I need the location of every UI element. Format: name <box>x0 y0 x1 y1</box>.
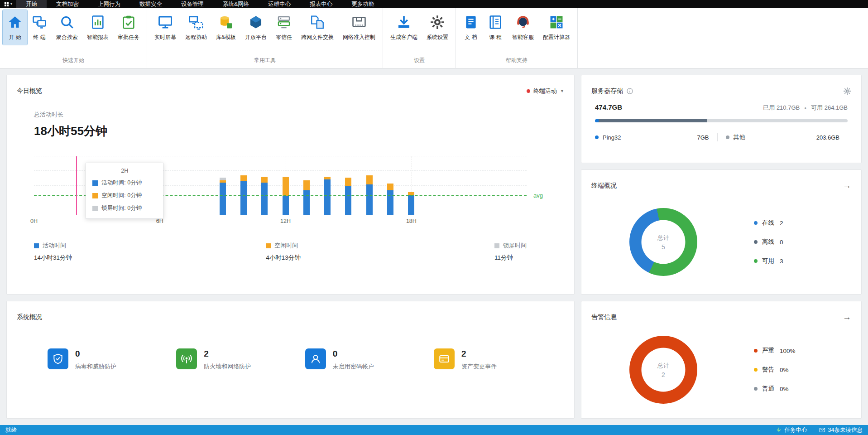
legend-swatch-icon <box>494 243 499 248</box>
chart-legend: 活动时间14小时31分钟空闲时间4小时13分钟锁屏时间11分钟 <box>34 242 527 262</box>
bar-segment-空闲时间 <box>387 184 393 190</box>
arrow-right-icon[interactable]: → <box>843 181 851 190</box>
firewall-glyph <box>181 353 192 365</box>
legend-label: 可用 <box>762 257 774 265</box>
ribbon-button-course[interactable]: 课 程 <box>483 10 508 45</box>
menu-tab-运维中心[interactable]: 运维中心 <box>259 0 300 8</box>
legend-label: 在线 <box>762 219 774 227</box>
unread-messages-button[interactable]: 34条未读信息 <box>819 426 863 434</box>
menu-tab-开始[interactable]: 开始 <box>16 0 47 8</box>
ribbon-button-exchange[interactable]: 跨网文件交换 <box>297 10 338 45</box>
legend-dot-icon <box>754 221 758 225</box>
card-title-system: 系统概况 <box>17 313 42 321</box>
bar-segment-活动时间 <box>220 183 226 215</box>
ribbon-group: 文 档课 程智能客服配置计算器帮助支持 <box>456 8 578 68</box>
ribbon-button-remote[interactable]: 远程协助 <box>181 10 211 45</box>
ribbon-button-report[interactable]: 智能报表 <box>82 10 113 45</box>
ribbon-button-settings[interactable]: 系统设置 <box>422 10 453 45</box>
storage-legend-other: 其他 203.6GB <box>726 133 848 141</box>
x-axis-tick: 12H <box>280 218 291 224</box>
terminal-activity-dropdown[interactable]: 终端活动 ▼ <box>527 87 564 95</box>
chevron-down-icon: ▼ <box>560 89 564 93</box>
alarm-info-card: 告警信息 → 总计 2 严重100%警告0%普通0% <box>581 301 862 419</box>
legend-dot-icon <box>754 240 758 244</box>
system-item-value: 0 <box>333 349 374 359</box>
asset-glyph <box>438 353 450 365</box>
activity-bar-chart: avg 0H6H12H18H 2H 活动时间: 0分钟空闲时间: 0分钟锁屏时间… <box>34 156 527 226</box>
library-icon <box>218 14 234 30</box>
ribbon-button-search[interactable]: 聚合搜索 <box>52 10 82 45</box>
settings-icon <box>430 14 445 30</box>
gear-icon[interactable] <box>843 87 851 95</box>
legend-dot-icon <box>754 259 758 263</box>
gridline <box>34 156 527 156</box>
bar-segment-空闲时间 <box>366 175 373 184</box>
chart-legend-row: 锁屏时间 <box>494 242 527 250</box>
network-icon <box>351 14 367 30</box>
menu-tab-系统&网络[interactable]: 系统&网络 <box>213 0 259 8</box>
ribbon-group: 生成客户端系统设置设置 <box>383 8 456 68</box>
ribbon-group-label: 帮助支持 <box>459 55 575 68</box>
ribbon-button-platform[interactable]: 开放平台 <box>240 10 271 45</box>
menu-tab-数据安全[interactable]: 数据安全 <box>130 0 172 8</box>
ribbon-buttons: 开 始终 端聚合搜索智能报表审批任务 <box>3 10 144 45</box>
chart-legend-item-空闲时间: 空闲时间4小时13分钟 <box>266 242 301 262</box>
ribbon-button-terminal[interactable]: 终 端 <box>27 10 52 45</box>
ribbon-button-home[interactable]: 开 始 <box>3 10 27 45</box>
legend-item-在线: 在线2 <box>754 219 783 227</box>
legend-swatch-icon <box>266 243 271 248</box>
status-ready: 就绪 <box>5 426 17 434</box>
legend-value: 100% <box>780 348 796 354</box>
ribbon-button-docs[interactable]: 文 档 <box>459 10 483 45</box>
legend-label: 警告 <box>762 366 774 374</box>
bar-segment-空闲时间 <box>345 178 351 187</box>
legend-item-严重: 严重100% <box>754 347 796 355</box>
task-center-button[interactable]: 任务中心 <box>776 426 807 434</box>
ribbon-button-screen[interactable]: 实时屏幕 <box>150 10 181 45</box>
tooltip-title: 2H <box>92 168 157 174</box>
app-menu-button[interactable]: ▾ <box>0 0 16 8</box>
client-icon <box>396 14 412 30</box>
alarm-legend: 严重100%警告0%普通0% <box>754 347 796 393</box>
storage-used: 已用 210.7GB <box>763 104 800 112</box>
ribbon-button-client[interactable]: 生成客户端 <box>386 10 422 45</box>
arrow-right-icon[interactable]: → <box>843 313 851 321</box>
menu-tab-文档加密[interactable]: 文档加密 <box>47 0 88 8</box>
ribbon-button-library[interactable]: 库&模板 <box>211 10 240 45</box>
donut-center-label: 总计 <box>657 234 669 242</box>
x-axis-tick: 18H <box>406 218 417 224</box>
bar-segment-活动时间 <box>408 195 414 215</box>
ribbon-button-label: 网络准入控制 <box>343 34 375 41</box>
menu-tab-报表中心[interactable]: 报表中心 <box>300 0 342 8</box>
bar-segment-活动时间 <box>324 179 331 215</box>
system-item-未启用密码帐户: 0未启用密码帐户 <box>305 348 396 371</box>
legend-item-警告: 警告0% <box>754 366 796 374</box>
system-item-text: 2资产变更事件 <box>461 348 497 371</box>
tooltip-swatch-icon <box>92 206 98 211</box>
ribbon-button-service[interactable]: 智能客服 <box>508 10 538 45</box>
bar-segment-活动时间 <box>261 183 268 215</box>
shield-glyph <box>52 353 64 365</box>
bar-segment-空闲时间 <box>283 177 289 196</box>
legend-value: 2 <box>780 220 783 227</box>
ribbon-button-label: 审批任务 <box>118 34 139 41</box>
menu-tab-上网行为[interactable]: 上网行为 <box>88 0 130 8</box>
menu-tab-更多功能[interactable]: 更多功能 <box>342 0 384 8</box>
menu-tab-设备管理[interactable]: 设备管理 <box>172 0 213 8</box>
ribbon-button-calculator[interactable]: 配置计算器 <box>538 10 575 45</box>
ribbon-button-label: 终 端 <box>33 34 45 41</box>
bar-segment-空闲时间 <box>261 177 268 183</box>
system-item-value: 2 <box>461 349 497 359</box>
course-icon <box>488 14 503 30</box>
ribbon-button-network[interactable]: 网络准入控制 <box>338 10 380 45</box>
terminal-overview-card: 终端概况 → 总计 5 在线2离线0可用3 <box>581 169 862 295</box>
legend-value: 3 <box>780 258 783 265</box>
ribbon-button-zerotrust[interactable]: 零信任 <box>271 10 297 45</box>
system-item-text: 0未启用密码帐户 <box>333 348 374 371</box>
info-icon[interactable] <box>626 87 633 95</box>
ribbon-button-approval[interactable]: 审批任务 <box>113 10 144 45</box>
ribbon-button-label: 系统设置 <box>427 34 448 41</box>
bar-segment-空闲时间 <box>303 180 310 190</box>
ribbon-button-label: 跨网文件交换 <box>301 34 334 41</box>
legend-label: 锁屏时间 <box>503 242 527 250</box>
